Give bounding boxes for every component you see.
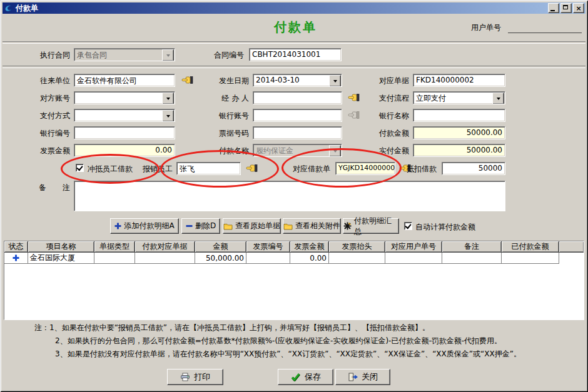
cell-pay-ref-doc[interactable] [135, 253, 195, 264]
payment-order-window: 付款单 × 付款单 用户单号 执行合同 承包合同 合同编号 CBHT201403… [0, 0, 588, 392]
note-line-2: 2、如果执行的分包合同，那么可付款金额=付款基数*付款限额%-(应收履约保证金-… [55, 336, 502, 346]
folder-icon [223, 223, 233, 230]
chevron-down-icon [162, 49, 174, 61]
reimburse-employee-label: 报销员工 [143, 164, 173, 174]
col-pay-ref-doc[interactable]: 付款对应单据 [135, 241, 195, 253]
pay-method-combo[interactable] [74, 109, 175, 122]
row-status-cell[interactable] [4, 253, 28, 264]
view-original-doc-button[interactable]: 查看原始单据 [223, 218, 281, 234]
remark-label: 备 注 [39, 183, 70, 193]
partner-unit-label: 往来单位 [25, 76, 70, 86]
col-project-name[interactable]: 项目名称 [28, 241, 94, 253]
payment-detail-grid: 状态 项目名称 单据类型 付款对应单据 金额 发票编号 发票金额 发票抬头 对应… [4, 241, 584, 320]
cell-project-name[interactable]: 金石国际大厦 [28, 253, 94, 264]
pay-amount-field: 50000.00 [413, 126, 505, 139]
pay-name-combo[interactable]: 履约保证金 [253, 144, 342, 157]
offset-employee-loan-label: 冲抵员工借款 [88, 164, 133, 174]
cell-doc-type[interactable] [94, 253, 135, 264]
reimburse-employee-lookup-hand-icon[interactable] [246, 163, 258, 174]
chevron-down-icon[interactable] [329, 75, 341, 87]
auto-calc-checkbox[interactable] [404, 222, 412, 230]
chevron-down-icon[interactable] [162, 110, 174, 122]
occur-date-combo[interactable]: 2014-03-10 [253, 74, 342, 87]
save-button[interactable]: 保存 [278, 369, 333, 385]
printer-icon [180, 373, 190, 381]
cell-user-doc-no[interactable] [385, 253, 442, 264]
deduct-loan-label: 抵扣借款 [407, 164, 437, 174]
close-form-button[interactable]: 关闭 [335, 369, 390, 385]
remark-textarea[interactable] [74, 181, 505, 211]
plus-icon [13, 254, 19, 261]
col-invoice-title[interactable]: 发票抬头 [329, 241, 385, 253]
col-remark[interactable]: 备注 [442, 241, 502, 253]
maximize-button[interactable] [560, 3, 572, 13]
handler-field[interactable] [253, 91, 342, 104]
reimburse-employee-field[interactable]: 张飞 [176, 162, 241, 175]
view-attachment-button[interactable]: 查看相关附件 [283, 218, 341, 234]
col-status[interactable]: 状态 [4, 241, 28, 253]
separator [3, 41, 585, 44]
offset-employee-loan-checkbox[interactable] [76, 164, 84, 172]
delete-button[interactable]: 删除D [181, 218, 220, 234]
titlebar[interactable]: 付款单 × [3, 3, 585, 14]
bill-no-field[interactable] [253, 126, 342, 139]
cell-invoice-amount[interactable]: 0.00 [290, 253, 329, 264]
partner-unit-field[interactable]: 金石软件有限公司 [74, 74, 175, 87]
col-user-doc-no[interactable]: 对应用户单号 [385, 241, 442, 253]
pay-flow-combo[interactable]: 立即支付 [413, 91, 505, 104]
invoice-amount-label: 发票金额 [25, 146, 70, 156]
chevron-down-icon[interactable] [492, 93, 504, 104]
bill-no-label: 票据号码 [206, 128, 249, 138]
close-button[interactable]: × [573, 3, 584, 13]
handler-lookup-hand-icon[interactable] [348, 93, 360, 103]
cell-invoice-title[interactable] [329, 253, 385, 264]
invoice-amount-field: 0.00 [74, 144, 175, 157]
plus-icon [114, 223, 121, 229]
bank-code-label: 银行编号 [25, 128, 70, 138]
contract-no-field[interactable]: CBHT2014031001 [249, 48, 342, 61]
user-no-field[interactable] [508, 24, 582, 33]
auto-calc-label: 自动计算付款金额 [415, 222, 475, 232]
col-amount[interactable]: 金额 [195, 241, 246, 253]
chevron-down-icon[interactable] [162, 93, 174, 104]
page-title: 付款单 [274, 19, 317, 36]
print-button[interactable]: 打印 [167, 369, 223, 385]
separator [3, 66, 585, 68]
loan-doc-field: YGJKD14000000 [335, 162, 395, 175]
bank-account-field[interactable] [253, 109, 342, 122]
table-row[interactable]: 金石国际大厦 50,000.00 0.00 [4, 253, 584, 264]
deduct-loan-field[interactable]: 50000 [442, 162, 505, 175]
counter-account-combo[interactable] [74, 91, 175, 104]
ref-doc-field[interactable]: FKD140000002 [413, 74, 505, 87]
window-title: 付款单 [16, 3, 547, 14]
maximize-icon [563, 5, 568, 9]
pay-amount-label: 付款金额 [367, 128, 409, 138]
col-invoice-amount[interactable]: 发票金额 [290, 241, 329, 253]
loan-doc-label: 对应借款单 [291, 164, 330, 174]
app-icon [4, 4, 13, 13]
cell-remark[interactable] [442, 253, 502, 264]
door-exit-icon [348, 373, 358, 381]
bank-code-field[interactable] [74, 126, 175, 139]
payment-detail-summary-button[interactable]: 付款明细汇总 [343, 218, 399, 234]
actual-amount-field: 50000.00 [413, 144, 505, 157]
col-invoice-no[interactable]: 发票编号 [246, 241, 290, 253]
contract-no-label: 合同编号 [205, 50, 244, 60]
grid-header-row: 状态 项目名称 单据类型 付款对应单据 金额 发票编号 发票金额 发票抬头 对应… [4, 241, 584, 253]
col-filler [559, 241, 584, 253]
close-icon: × [575, 5, 581, 12]
col-paid-amount[interactable]: 已付款金额 [502, 241, 559, 253]
exec-contract-label: 执行合同 [25, 50, 70, 60]
bank-name-field[interactable] [413, 109, 505, 122]
minimize-button[interactable] [548, 3, 559, 13]
cell-amount[interactable]: 50,000.00 [195, 253, 246, 264]
partner-unit-lookup-hand-icon[interactable] [181, 75, 194, 86]
add-payment-detail-button[interactable]: 添加付款明细A [110, 218, 179, 234]
cell-paid-amount[interactable] [502, 253, 559, 264]
cell-invoice-no[interactable] [246, 253, 290, 264]
occur-date-label: 发生日期 [206, 76, 249, 86]
minimize-icon [550, 10, 555, 11]
col-doc-type[interactable]: 单据类型 [94, 241, 135, 253]
note-line-3: 3、如果是付款没有对应付款单据，请在付款名称中写明“XX预付款”、“XX订货款”… [55, 349, 521, 359]
exec-contract-combo[interactable]: 承包合同 [74, 48, 175, 61]
